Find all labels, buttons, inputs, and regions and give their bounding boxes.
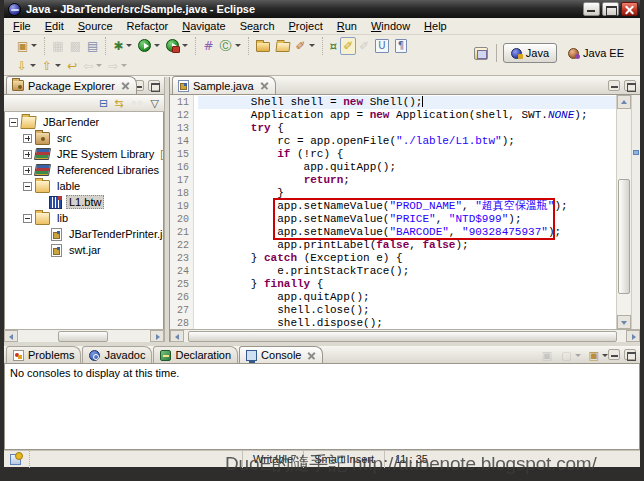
perspective-java-ee[interactable]: Java EE (560, 43, 632, 63)
open-task-button[interactable] (253, 37, 273, 55)
tab-package-explorer[interactable]: Package Explorer (6, 76, 137, 94)
tab-problems[interactable]: Problems (6, 346, 81, 363)
code-line[interactable]: if (!rc) { (198, 148, 616, 161)
code-line[interactable]: app.setNameValue("BARCODE", "90328475937… (198, 226, 616, 239)
menu-window[interactable]: Window (364, 18, 417, 35)
open-resource-button[interactable] (273, 37, 293, 55)
tree-item-l1-btw[interactable]: L1.btw (5, 194, 163, 210)
collapse-icon[interactable] (23, 214, 32, 223)
new-wizard-button-dropdown-icon[interactable] (31, 44, 37, 47)
go-to-line-button[interactable]: ⇧ (39, 57, 64, 75)
close-package-explorer-icon[interactable] (121, 81, 130, 90)
menu-navigate[interactable]: Navigate (175, 18, 232, 35)
show-source-of-selected-button[interactable]: U (372, 37, 391, 55)
save-all-button[interactable]: ▩ (67, 37, 84, 55)
code-line[interactable]: } (198, 187, 616, 200)
menu-source[interactable]: Source (71, 18, 120, 35)
expand-icon[interactable] (23, 134, 32, 143)
scroll-track[interactable] (617, 109, 631, 315)
fast-view-area[interactable] (4, 451, 30, 468)
scroll-right-icon[interactable] (626, 330, 640, 342)
pin-console-button[interactable]: ▣ (539, 348, 555, 363)
search-button-dropdown-icon[interactable] (309, 44, 315, 47)
tree-item-referenced-libraries[interactable]: Referenced Libraries (5, 162, 163, 178)
code-line[interactable]: rc = app.openFile("./lable/L1.btw"); (198, 135, 616, 148)
close-window-button[interactable] (621, 2, 638, 16)
next-annotation-button[interactable]: ✐ (356, 37, 372, 55)
package-explorer-hscrollbar[interactable] (4, 329, 164, 342)
maximize-window-button[interactable] (602, 2, 619, 16)
back-button-dropdown-icon[interactable] (96, 64, 102, 67)
occurrence-marker[interactable] (633, 150, 639, 155)
run-button-dropdown-icon[interactable] (154, 44, 160, 47)
filters-button[interactable]: ◦◦ (128, 96, 147, 111)
menu-project[interactable]: Project (282, 18, 330, 35)
debug-button-dropdown-icon[interactable] (126, 44, 132, 47)
code-line[interactable]: app.printLabel(false, false); (198, 239, 616, 252)
maximize-console-button[interactable] (624, 349, 636, 360)
scroll-thumb[interactable] (58, 331, 108, 342)
debug-button[interactable]: ✱ (110, 37, 135, 55)
tree-item-lib[interactable]: lib (5, 210, 163, 226)
tree-item-src[interactable]: src (5, 130, 163, 146)
tree-item-lable[interactable]: lable (5, 178, 163, 194)
forward-button[interactable]: ⇨ (105, 57, 130, 75)
scroll-right-icon[interactable] (150, 330, 164, 342)
code-line[interactable]: } finally { (198, 278, 616, 291)
maximize-editor-button[interactable] (624, 80, 636, 91)
collapse-all-button[interactable]: ⊟ (97, 96, 110, 111)
show-whitespace-button[interactable]: ¶ (392, 37, 410, 55)
collapse-icon[interactable] (9, 118, 18, 127)
code-line[interactable]: shell.close(); (198, 304, 616, 317)
expand-icon[interactable] (23, 150, 32, 159)
run-external-tools-button[interactable] (163, 37, 191, 55)
scroll-track[interactable] (184, 331, 626, 342)
tree-item-jbartenderprinter-jar[interactable]: JBarTenderPrinter.jar (5, 226, 163, 242)
search-button[interactable]: ✐ (293, 37, 318, 55)
code-line[interactable]: try { (198, 122, 616, 135)
maximize-view-button[interactable] (148, 80, 160, 91)
tree-item-jre-system-library[interactable]: JRE System Library[jre6] (5, 146, 163, 162)
display-selected-console-button-dropdown-icon[interactable] (575, 354, 581, 357)
menu-search[interactable]: Search (233, 18, 282, 35)
last-edit-location-button[interactable]: ⇩ (14, 57, 39, 75)
code-line[interactable]: app.quitApp(); (198, 291, 616, 304)
code-line[interactable]: Shell shell = new Shell(); (198, 96, 616, 109)
new-java-project-button[interactable]: # (200, 37, 216, 55)
code-line[interactable]: app.quitApp(); (198, 161, 616, 174)
externalize-strings-button[interactable]: ¤ (327, 37, 341, 55)
tab-javadoc[interactable]: Javadoc (82, 346, 152, 363)
save-button[interactable]: ▦ (49, 37, 66, 55)
scroll-thumb[interactable] (188, 331, 617, 342)
menu-edit[interactable]: Edit (38, 18, 71, 35)
new-wizard-button[interactable]: ▣ (14, 37, 40, 55)
close-editor-icon[interactable] (260, 81, 269, 90)
code-line[interactable]: Application app = new Application(shell,… (198, 109, 616, 122)
minimize-window-button[interactable] (583, 2, 600, 16)
code-line[interactable]: app.setNameValue("PRICE", "NTD$999"); (198, 213, 616, 226)
view-menu-button[interactable]: ▽ (149, 96, 161, 111)
tab-sample-java[interactable]: Sample.java (172, 76, 276, 94)
back-button[interactable]: ⇦ (80, 57, 105, 75)
perspective-java[interactable]: Java (503, 43, 557, 63)
minimize-console-button[interactable] (608, 349, 620, 360)
code-line[interactable]: shell.dispose(); (198, 317, 616, 329)
scroll-down-icon[interactable] (617, 315, 631, 329)
scroll-up-icon[interactable] (617, 95, 631, 109)
code-line[interactable]: } catch (Exception e) { (198, 252, 616, 265)
editor-vscrollbar[interactable] (616, 95, 631, 329)
menu-file[interactable]: File (6, 18, 38, 35)
print-button[interactable]: ▤ (84, 37, 101, 55)
open-perspective-button[interactable] (472, 46, 490, 61)
mark-occurrences-button[interactable]: ✐ (340, 37, 356, 55)
new-java-class-button-dropdown-icon[interactable] (235, 44, 241, 47)
scroll-left-icon[interactable] (4, 330, 18, 342)
editor-hscrollbar[interactable] (170, 329, 640, 342)
expand-icon[interactable] (23, 166, 32, 175)
open-console-button[interactable]: ▣ (587, 348, 610, 363)
close-console-icon[interactable] (307, 351, 316, 360)
run-external-tools-button-dropdown-icon[interactable] (182, 44, 188, 47)
scroll-left-icon[interactable] (170, 330, 184, 342)
menu-run[interactable]: Run (330, 18, 364, 35)
tab-console[interactable]: Console (239, 346, 323, 363)
